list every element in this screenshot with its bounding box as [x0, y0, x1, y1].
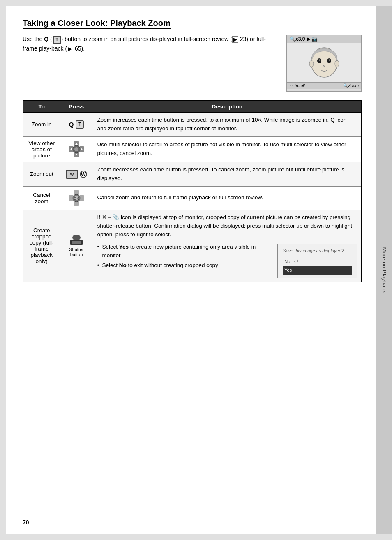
- preview-bottom-bar: ↔ Scroll 🔍Zoom: [287, 82, 361, 89]
- to-cancel-zoom: Cancel zoom: [23, 186, 60, 210]
- intro-section: Use the Q (T) button to zoom in on still…: [23, 35, 362, 92]
- intro-text: Use the Q (T) button to zoom in on still…: [23, 35, 278, 92]
- main-content: Taking a Closer Look: Playback Zoom Use …: [6, 6, 376, 534]
- side-label-text: More on Playback: [381, 247, 387, 293]
- face-illustration: [308, 45, 341, 80]
- preview-top-bar: 🔍x3.0 ▶ 📷: [287, 35, 361, 43]
- bullet-no: Select No to exit without creating cropp…: [97, 261, 270, 270]
- desc-cancel-zoom: Cancel zoom and return to full-frame pla…: [93, 186, 362, 210]
- crop-bullets: Select Yes to create new picture contain…: [97, 243, 270, 278]
- cancel-selector-icon: OK: [68, 190, 85, 206]
- svg-point-3: [319, 60, 320, 61]
- svg-point-26: [72, 235, 81, 240]
- t-button-icon: T: [53, 36, 61, 44]
- multi-selector-icon: [68, 141, 85, 157]
- to-view-areas: View other areas of picture: [23, 136, 60, 162]
- page-number: 70: [23, 519, 29, 526]
- side-bar: More on Playback: [376, 6, 392, 534]
- reference-table: To Press Description Zoom in Q T Zoom in…: [23, 100, 362, 282]
- table-row: Create cropped copy (full-frame playback…: [23, 210, 362, 282]
- press-zoom-out: W W: [60, 162, 93, 186]
- svg-text:W: W: [70, 173, 74, 177]
- dialog-no-option[interactable]: No ⏎: [283, 257, 352, 266]
- crop-desc-main: If ✕→📎 icon is displayed at top of monit…: [97, 213, 357, 239]
- camera-preview: 🔍x3.0 ▶ 📷: [286, 35, 362, 92]
- t-icon-small: T: [76, 120, 84, 129]
- dialog-title: Save this image as displayed?: [283, 247, 352, 254]
- face-area: [287, 43, 361, 82]
- desc-create-crop: If ✕→📎 icon is displayed at top of monit…: [93, 210, 362, 282]
- desc-view-areas: Use multi selector to scroll to areas of…: [93, 136, 362, 162]
- svg-point-4: [329, 60, 330, 61]
- to-zoom-in: Zoom in: [23, 113, 60, 137]
- table-row: Cancel zoom OK: [23, 186, 362, 210]
- ref-icon-23: ▶: [232, 36, 238, 43]
- col-header-press: Press: [60, 101, 93, 113]
- press-shutter: Shutter button: [60, 210, 93, 282]
- table-row: Zoom out W W Zoom decreases each time bu…: [23, 162, 362, 186]
- svg-point-6: [335, 60, 339, 67]
- desc-zoom-out: Zoom decreases each time button is press…: [93, 162, 362, 186]
- scroll-label: ↔ Scroll: [289, 83, 305, 88]
- press-multi-selector: [60, 136, 93, 162]
- zoom-ratio: 🔍x3.0 ▶ 📷: [289, 36, 318, 42]
- shutter-label: Shutter button: [65, 247, 89, 257]
- svg-point-12: [74, 147, 78, 151]
- q-letter: Q: [69, 121, 74, 128]
- table-row: Zoom in Q T Zoom increases each time but…: [23, 113, 362, 137]
- svg-point-1: [317, 58, 321, 63]
- zoom-label: 🔍Zoom: [343, 83, 359, 88]
- to-zoom-out: Zoom out: [23, 162, 60, 186]
- crop-bullets-dialog: Select Yes to create new picture contain…: [97, 241, 357, 278]
- shutter-button-icon: [69, 234, 83, 246]
- page-title: Taking a Closer Look: Playback Zoom: [23, 18, 171, 29]
- to-create-crop: Create cropped copy (full-frame playback…: [23, 210, 60, 282]
- press-q-t: Q T: [60, 113, 93, 137]
- press-cancel: OK: [60, 186, 93, 210]
- w-circle-icon: W: [80, 171, 87, 178]
- save-dialog-box: Save this image as displayed? No ⏎ Yes: [277, 244, 357, 278]
- zoom-out-rect-icon: W: [66, 170, 78, 179]
- page-wrapper: Taking a Closer Look: Playback Zoom Use …: [0, 0, 392, 540]
- dialog-yes-option[interactable]: Yes: [283, 266, 352, 275]
- svg-point-2: [327, 58, 331, 63]
- crop-description: If ✕→📎 icon is displayed at top of monit…: [97, 213, 357, 278]
- ref-icon-65: ▶: [67, 46, 73, 52]
- svg-text:OK: OK: [74, 196, 79, 201]
- svg-point-5: [309, 60, 314, 67]
- desc-zoom-in: Zoom increases each time button is press…: [93, 113, 362, 137]
- col-header-description: Description: [93, 101, 362, 113]
- col-header-to: To: [23, 101, 60, 113]
- table-row: View other areas of picture: [23, 136, 362, 162]
- bullet-yes: Select Yes to create new picture contain…: [97, 243, 270, 260]
